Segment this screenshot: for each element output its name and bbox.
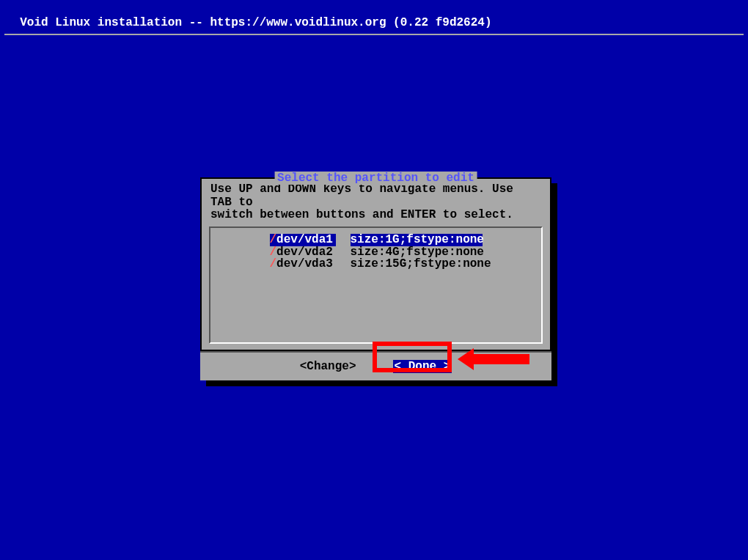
header-divider <box>4 34 744 35</box>
partition-size: size:1G;fstype:none <box>351 234 483 246</box>
partition-row[interactable]: /dev/vda3 size:15G;fstype:none <box>210 258 541 270</box>
partition-device: /dev/vda2 <box>270 246 336 259</box>
instructions-line: Use UP and DOWN keys to navigate menus. … <box>210 183 541 209</box>
installer-header: Void Linux installation -- https://www.v… <box>0 0 748 32</box>
partition-size: size:4G;fstype:none <box>351 246 483 259</box>
partition-device: /dev/vda1 <box>270 234 336 246</box>
partition-list[interactable]: /dev/vda1 size:1G;fstype:none /dev/vda2 … <box>209 226 543 344</box>
change-button[interactable]: <Change> <box>300 360 356 373</box>
partition-row[interactable]: /dev/vda1 size:1G;fstype:none <box>210 234 541 246</box>
partition-dialog: Select the partition to edit Use UP and … <box>200 177 551 380</box>
dialog-button-bar: <Change> < Done > <box>200 351 551 380</box>
instructions-line: switch between buttons and ENTER to sele… <box>210 209 541 222</box>
partition-row[interactable]: /dev/vda2 size:4G;fstype:none <box>210 246 541 259</box>
dialog-title: Select the partition to edit <box>274 172 477 185</box>
dialog-shadow <box>206 380 557 386</box>
partition-size: size:15G;fstype:none <box>351 258 483 270</box>
done-button[interactable]: < Done > <box>393 360 452 373</box>
dialog-instructions: Use UP and DOWN keys to navigate menus. … <box>208 179 544 224</box>
header-title: Void Linux installation -- https://www.v… <box>20 16 491 29</box>
dialog-shadow <box>551 183 557 386</box>
partition-device: /dev/vda3 <box>270 258 336 270</box>
